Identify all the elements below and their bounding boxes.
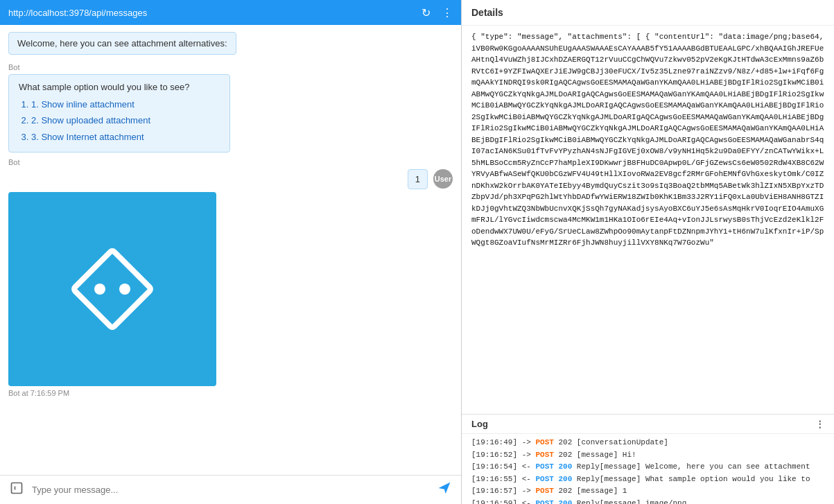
details-header: Details [462, 0, 834, 26]
user-message-row: 1 User [8, 169, 453, 189]
option-3[interactable]: 3. Show Internet attachment [31, 129, 220, 145]
attachment-image [8, 192, 216, 386]
messages-area: Welcome, here you can see attachment alt… [0, 25, 461, 475]
log-desc-6: Reply[message] image/png [577, 499, 686, 504]
details-json: { "type": "message", "attachments": [ { … [471, 33, 824, 247]
log-method-4: POST [535, 475, 558, 483]
options-message: What sample option would you like to see… [8, 74, 230, 153]
log-menu-icon[interactable]: ⋮ [815, 419, 824, 429]
diamond-svg-icon [50, 227, 175, 351]
send-icon [437, 481, 451, 495]
message-input[interactable] [32, 485, 429, 495]
svg-rect-0 [73, 250, 151, 329]
log-code-1: 202 [558, 438, 576, 446]
details-content: { "type": "message", "attachments": [ { … [462, 26, 834, 414]
log-arrow-4: <- [522, 475, 536, 483]
right-panel: Details { "type": "message", "attachment… [462, 0, 834, 504]
log-entry-4: [19:16:55] <- POST 200 Reply[message] Wh… [471, 473, 824, 486]
log-time-5: [19:16:57] [471, 487, 522, 495]
log-entry-2: [19:16:52] -> POST 202 [message] Hi! [471, 449, 824, 462]
log-desc-2: [message] Hi! [577, 451, 636, 459]
log-code-2: 202 [558, 451, 576, 459]
input-area [0, 475, 461, 504]
log-desc-1: [conversationUpdate] [577, 438, 668, 446]
options-title: What sample option would you like to see… [19, 82, 220, 92]
log-method-5: POST [535, 487, 558, 495]
user-avatar: User [433, 169, 453, 189]
log-time-4: [19:16:55] [471, 475, 522, 483]
url-bar: http://localhost:3978/api/messages [8, 8, 147, 18]
log-header: Log ⋮ [462, 415, 834, 434]
user-message-bubble: 1 [408, 169, 428, 189]
log-entry-3: [19:16:54] <- POST 200 Reply[message] We… [471, 461, 824, 473]
log-arrow-6: <- [522, 499, 536, 504]
bot-label-1: Bot [8, 63, 453, 71]
log-arrow-2: -> [522, 451, 536, 459]
chat-header: http://localhost:3978/api/messages ↻ ⋮ [0, 0, 461, 25]
log-entry-5: [19:16:57] -> POST 202 [message] 1 [471, 485, 824, 498]
svg-rect-3 [12, 483, 22, 494]
options-list: 1. Show inline attachment 2. Show upload… [31, 96, 220, 145]
log-entry-6: [19:16:59] <- POST 200 Reply[message] im… [471, 498, 824, 504]
log-content: [19:16:49] -> POST 202 [conversationUpda… [462, 434, 834, 504]
log-arrow-5: -> [522, 487, 536, 495]
refresh-icon[interactable]: ↻ [422, 6, 431, 19]
log-time-2: [19:16:52] [471, 451, 522, 459]
log-code-3: 200 [558, 462, 576, 471]
log-time-6: [19:16:59] [471, 499, 522, 504]
svg-marker-5 [439, 483, 451, 494]
log-time-1: [19:16:49] [471, 438, 522, 446]
attachment-icon [10, 481, 24, 495]
log-method-1: POST [535, 438, 558, 446]
log-desc-3: Reply[message] Welcome, here you can see… [577, 462, 810, 471]
log-code-5: 202 [558, 487, 576, 495]
option-2[interactable]: 2. Show uploaded attachment [31, 112, 220, 128]
log-method-6: POST [535, 499, 558, 504]
welcome-message: Welcome, here you can see attachment alt… [8, 32, 236, 55]
log-section: Log ⋮ [19:16:49] -> POST 202 [conversati… [462, 414, 834, 504]
bot-timestamp: Bot at 7:16:59 PM [8, 389, 453, 397]
log-code-6: 200 [558, 499, 576, 504]
log-title: Log [471, 419, 488, 429]
chat-panel: http://localhost:3978/api/messages ↻ ⋮ W… [0, 0, 462, 504]
log-time-3: [19:16:54] [471, 462, 522, 471]
option-1[interactable]: 1. Show inline attachment [31, 96, 220, 112]
svg-point-1 [94, 284, 105, 295]
log-entry-1: [19:16:49] -> POST 202 [conversationUpda… [471, 437, 824, 449]
bot-image-message: Bot at 7:16:59 PM [8, 192, 453, 397]
menu-icon[interactable]: ⋮ [442, 6, 453, 19]
send-button[interactable] [435, 481, 454, 498]
log-arrow-1: -> [522, 438, 536, 446]
log-arrow-3: <- [522, 462, 536, 471]
svg-point-2 [119, 284, 130, 295]
log-method-2: POST [535, 451, 558, 459]
log-code-4: 200 [558, 475, 576, 483]
header-icons: ↻ ⋮ [422, 6, 453, 19]
log-desc-5: [message] 1 [577, 487, 627, 495]
log-method-3: POST [535, 462, 558, 471]
attach-button[interactable] [7, 481, 26, 498]
bot-label-2: Bot [8, 158, 453, 166]
log-desc-4: Reply[message] What sample option would … [577, 475, 810, 483]
